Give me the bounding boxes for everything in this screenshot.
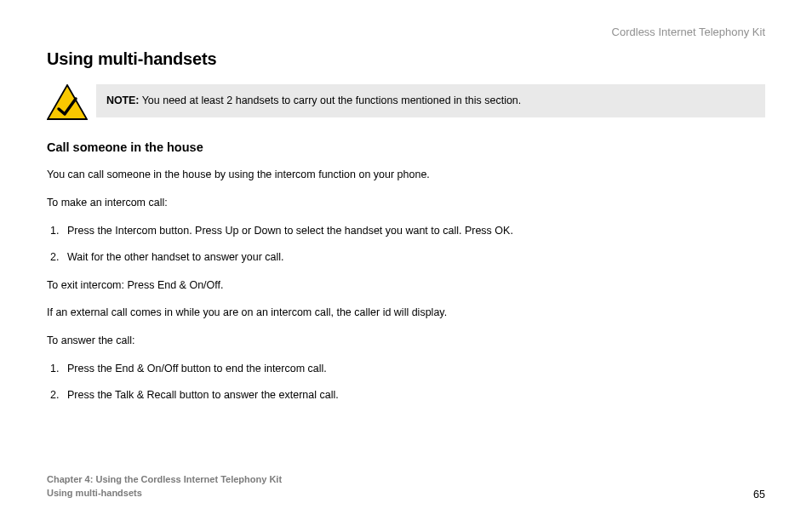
footer-left: Chapter 4: Using the Cordless Internet T… [47,473,282,500]
exit-intercom-line: To exit intercom: Press End & On/Off. [47,278,765,293]
page-footer: Chapter 4: Using the Cordless Internet T… [47,473,765,500]
external-call-line: If an external call comes in while you a… [47,306,765,320]
step-text: Press the Talk & Recall button to answer… [67,389,339,401]
list-item: 1.Press the Intercom button. Press Up or… [47,224,765,238]
answer-steps-list: 1.Press the End & On/Off button to end t… [47,362,765,403]
footer-chapter-line: Chapter 4: Using the Cordless Internet T… [47,473,282,487]
page-title: Using multi-handsets [47,49,765,69]
note-text: You need at least 2 handsets to carry ou… [142,94,522,106]
intercom-lead: To make an intercom call: [47,196,765,210]
document-page: Cordless Internet Telephony Kit Using mu… [0,0,812,526]
list-item: 2.Wait for the other handset to answer y… [47,250,765,265]
footer-section-line: Using multi-handsets [47,487,282,500]
list-item: 1.Press the End & On/Off button to end t… [47,362,765,376]
note-prefix: NOTE: [106,94,139,106]
note-icon-wrap [47,84,96,120]
list-item: 2.Press the Talk & Recall button to answ… [47,388,765,403]
product-header-label: Cordless Internet Telephony Kit [612,26,765,38]
note-bar: NOTE: You need at least 2 handsets to ca… [96,84,765,117]
answer-lead: To answer the call: [47,334,765,348]
page-number: 65 [753,489,765,500]
step-text: Press the Intercom button. Press Up or D… [67,225,513,237]
svg-marker-0 [48,85,87,119]
section-intro: You can call someone in the house by usi… [47,168,765,182]
step-text: Press the End & On/Off button to end the… [67,363,327,374]
step-text: Wait for the other handset to answer you… [67,251,284,263]
alert-check-triangle-icon [47,84,88,120]
intercom-steps-list: 1.Press the Intercom button. Press Up or… [47,224,765,265]
note-callout: NOTE: You need at least 2 handsets to ca… [47,84,765,120]
section-heading: Call someone in the house [47,140,765,154]
